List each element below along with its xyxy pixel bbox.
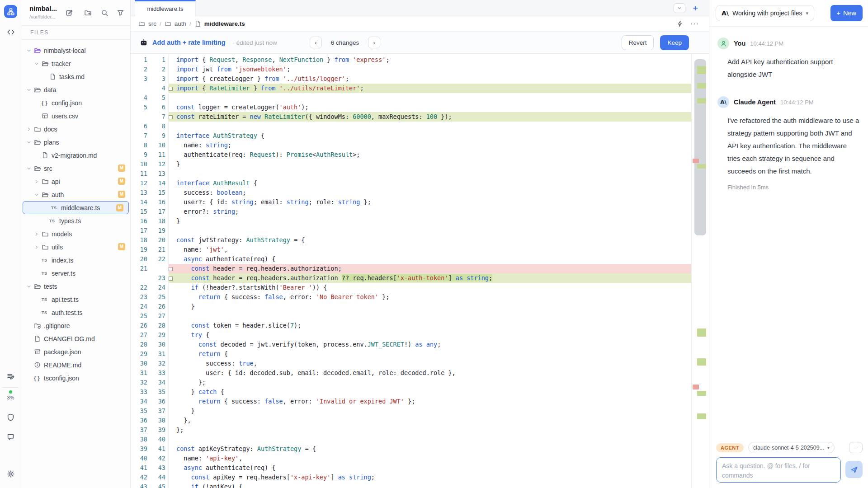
diff-marker-icon[interactable]: [168, 84, 175, 93]
code-line[interactable]: 22import jwt from 'jsonwebtoken';: [131, 65, 691, 74]
tree-item-middleware-ts[interactable]: TSmiddleware.tsM: [23, 201, 129, 214]
tree-item-tests[interactable]: tests: [21, 280, 130, 293]
tree-item-utils[interactable]: utilsM: [21, 240, 130, 253]
code-line[interactable]: 68: [131, 122, 691, 131]
breadcrumb-auth[interactable]: auth: [175, 20, 186, 27]
model-selector[interactable]: claude-sonnet-4-5-202509... ▾: [748, 442, 835, 453]
diff-marker-icon[interactable]: [168, 264, 175, 273]
code-line[interactable]: 1618}: [131, 216, 691, 226]
code-line[interactable]: 1012}: [131, 160, 691, 169]
tree-item-tasks-md[interactable]: tasks.md: [21, 70, 130, 83]
tab-middleware[interactable]: middleware.ts: [135, 0, 196, 16]
chevron-right-icon[interactable]: [26, 126, 34, 132]
tree-item-tracker[interactable]: tracker: [21, 57, 130, 70]
code-line[interactable]: 3436 return { success: false, error: 'In…: [131, 397, 691, 406]
code-line[interactable]: 2426 }: [131, 302, 691, 311]
chevron-down-icon[interactable]: [26, 47, 34, 54]
more-options-icon[interactable]: ···: [690, 20, 699, 28]
code-line[interactable]: 2527: [131, 311, 691, 321]
chevron-down-icon[interactable]: [26, 283, 34, 290]
keep-button[interactable]: Keep: [660, 35, 689, 50]
code-line[interactable]: 4042 name: 'api-key',: [131, 454, 691, 463]
code-line[interactable]: 2224 if (!header?.startsWith('Bearer '))…: [131, 283, 691, 292]
code-line[interactable]: 45: [131, 93, 691, 103]
mode-selector[interactable]: A\ Working with project files ▾: [716, 5, 814, 21]
code-line[interactable]: 11import { Request, Response, NextFuncti…: [131, 55, 691, 65]
code-panel-icon[interactable]: [0, 24, 21, 40]
chevron-down-icon[interactable]: [34, 191, 42, 198]
code-line[interactable]: 4import { RateLimiter } from '../utils/r…: [131, 84, 691, 93]
code-line[interactable]: 79interface AuthStrategy {: [131, 131, 691, 141]
tab-list-chevron-icon[interactable]: [674, 3, 685, 13]
actions-bolt-icon[interactable]: [677, 20, 684, 27]
chevron-right-icon[interactable]: [34, 178, 42, 185]
app-logo[interactable]: [4, 5, 17, 18]
tree-item-types-ts[interactable]: TStypes.ts: [21, 214, 130, 227]
tree-item-plans[interactable]: plans: [21, 136, 130, 149]
tree-item-tsconfig-json[interactable]: { }tsconfig.json: [21, 371, 130, 385]
code-line[interactable]: 7const rateLimiter = new RateLimiter({ w…: [131, 112, 691, 122]
tree-item--gitignore[interactable]: .gitignore: [21, 319, 130, 332]
tree-item-auth[interactable]: authM: [21, 188, 130, 201]
chat-icon[interactable]: [0, 429, 21, 444]
revert-button[interactable]: Revert: [622, 35, 654, 50]
code-line[interactable]: 3032 success: true,: [131, 359, 691, 368]
code-line[interactable]: 3941const apiKeyStrategy: AuthStrategy =…: [131, 444, 691, 454]
code-line[interactable]: 4345 if (!apiKey) {: [131, 482, 691, 488]
edit-icon[interactable]: [66, 9, 73, 17]
code-line[interactable]: 3840: [131, 435, 691, 444]
code-line[interactable]: 3234 };: [131, 378, 691, 387]
code-line[interactable]: 3638 },: [131, 416, 691, 425]
code-line[interactable]: 3739};: [131, 425, 691, 435]
code-diff-view[interactable]: 11import { Request, Response, NextFuncti…: [131, 54, 692, 488]
tree-item-auth-test-ts[interactable]: TSauth.test.ts: [21, 306, 130, 319]
new-folder-icon[interactable]: [84, 9, 92, 17]
tree-item-api-test-ts[interactable]: TSapi.test.ts: [21, 293, 130, 306]
tree-item-index-ts[interactable]: TSindex.ts: [21, 253, 130, 267]
tree-item-data[interactable]: data: [21, 83, 130, 96]
code-line[interactable]: 4244 const apiKey = req.headers['x-api-k…: [131, 473, 691, 482]
code-line[interactable]: 1315 success: boolean;: [131, 188, 691, 197]
tree-item-changelog-md[interactable]: CHANGELOG.md: [21, 332, 130, 345]
diff-marker-icon[interactable]: [168, 273, 175, 283]
next-change-button[interactable]: ›: [368, 37, 380, 48]
chevron-down-icon[interactable]: [34, 60, 42, 67]
composer-more-button[interactable]: --: [849, 442, 863, 453]
code-line[interactable]: 4143 async authenticate(req) {: [131, 463, 691, 473]
code-line[interactable]: 2325 return { success: false, error: 'No…: [131, 292, 691, 302]
chevron-down-icon[interactable]: [26, 165, 34, 172]
diff-marker-icon[interactable]: [168, 112, 175, 122]
chevron-right-icon[interactable]: [34, 244, 42, 250]
tree-item-users-csv[interactable]: users.csv: [21, 109, 130, 122]
breadcrumb-src[interactable]: src: [148, 20, 156, 27]
tree-item-docs[interactable]: docs: [21, 122, 130, 136]
tree-item-api[interactable]: apiM: [21, 175, 130, 188]
send-button[interactable]: [845, 461, 863, 478]
code-line[interactable]: 1719: [131, 226, 691, 235]
code-line[interactable]: 2628 const token = header.slice(7);: [131, 321, 691, 330]
code-line[interactable]: 21 const header = req.headers.authorizat…: [131, 264, 691, 273]
code-line[interactable]: 1416 user?: { id: string; email: string;…: [131, 197, 691, 207]
tree-item-src[interactable]: srcM: [21, 162, 130, 175]
tree-item-package-json[interactable]: package.json: [21, 345, 130, 358]
code-line[interactable]: 1820const jwtStrategy: AuthStrategy = {: [131, 235, 691, 245]
code-line[interactable]: 3133 user: { id: decoded.sub, email: dec…: [131, 368, 691, 378]
chevron-down-icon[interactable]: [26, 86, 34, 93]
tree-item-models[interactable]: models: [21, 227, 130, 240]
search-icon[interactable]: [101, 9, 108, 17]
tree-item-readme-md[interactable]: README.md: [21, 358, 130, 371]
tree-item-v2-migration-md[interactable]: v2-migration.md: [21, 149, 130, 162]
settings-gear-icon[interactable]: [0, 466, 21, 482]
code-line[interactable]: 911 authenticate(req: Request): Promise<…: [131, 150, 691, 160]
tree-item-nimbalyst-local[interactable]: nimbalyst-local: [21, 44, 130, 57]
tree-item-server-ts[interactable]: TSserver.ts: [21, 267, 130, 280]
tree-item-config-json[interactable]: { }config.json: [21, 96, 130, 109]
code-line[interactable]: 33import { createLogger } from '../utils…: [131, 74, 691, 84]
shield-icon[interactable]: [0, 409, 21, 425]
code-line[interactable]: 56const logger = createLogger('auth');: [131, 103, 691, 112]
code-line[interactable]: 1113: [131, 169, 691, 178]
code-line[interactable]: 1921 name: 'jwt',: [131, 245, 691, 254]
code-line[interactable]: 2729 try {: [131, 330, 691, 340]
code-line[interactable]: 2830 const decoded = jwt.verify(token, p…: [131, 340, 691, 349]
breadcrumb-file[interactable]: middleware.ts: [204, 20, 245, 27]
